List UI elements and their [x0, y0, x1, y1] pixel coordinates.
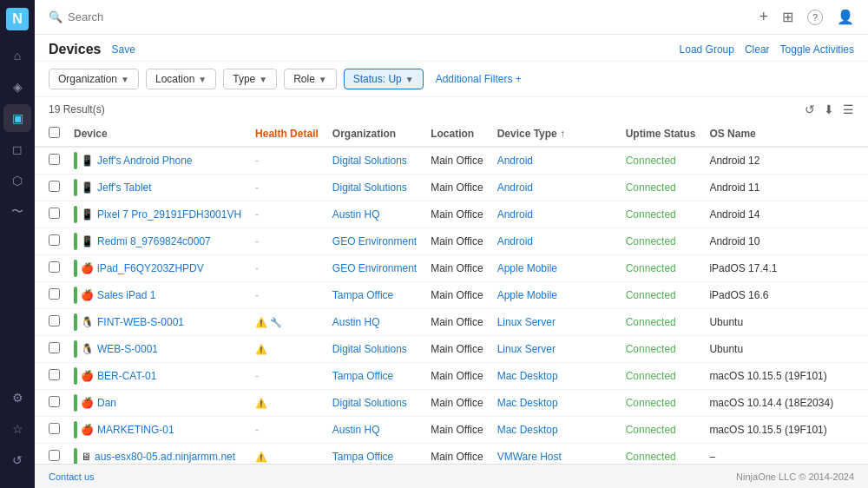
os-name-cell: Android 12 — [702, 147, 868, 175]
row-checkbox[interactable] — [49, 288, 60, 300]
grid-icon[interactable]: ⊞ — [782, 9, 793, 25]
refresh-icon[interactable]: ↺ — [805, 102, 815, 116]
org-link[interactable]: GEO Environment — [332, 262, 417, 274]
device-name-link[interactable]: WEB-S-0001 — [97, 343, 158, 355]
save-button[interactable]: Save — [112, 43, 135, 56]
device-name-link[interactable]: Dan — [97, 397, 116, 409]
location-cell: Main Office — [424, 390, 490, 417]
row-checkbox[interactable] — [49, 396, 60, 407]
location-cell: Main Office — [424, 255, 490, 282]
device-name-link[interactable]: Redmi 8_9769824c0007 — [97, 235, 211, 247]
uptime-status: Connected — [626, 181, 676, 194]
org-link[interactable]: Tampa Office — [332, 289, 393, 301]
type-filter[interactable]: Type ▼ — [223, 69, 277, 89]
device-type-column-header: Device Type ↑ — [490, 122, 619, 147]
add-icon[interactable]: + — [759, 8, 768, 26]
row-checkbox[interactable] — [49, 315, 60, 326]
row-checkbox[interactable] — [49, 234, 60, 246]
device-type-cell: Android — [497, 181, 533, 194]
uptime-status: Connected — [626, 424, 676, 436]
sidebar-history-icon[interactable]: ↺ — [3, 446, 31, 474]
location-filter[interactable]: Location ▼ — [146, 69, 216, 89]
device-column-header: Device — [67, 122, 248, 147]
columns-icon[interactable]: ☰ — [843, 102, 854, 116]
main-content: 🔍 + ⊞ ? 👤 Devices Save Load Group Clear … — [35, 0, 868, 488]
row-checkbox[interactable] — [49, 208, 60, 219]
sidebar-home-icon[interactable]: ⌂ — [3, 42, 31, 69]
device-name-link[interactable]: Jeff's Android Phone — [97, 155, 192, 167]
org-link[interactable]: Tampa Office — [332, 370, 393, 382]
results-bar: 19 Result(s) ↺ ⬇ ☰ — [35, 97, 868, 122]
device-cell: 🐧 WEB-S-0001 — [74, 340, 241, 358]
org-link[interactable]: Austin HQ — [332, 208, 380, 221]
search-input[interactable] — [68, 10, 241, 23]
device-type-icon: 📱 — [81, 155, 94, 167]
os-name-cell: iPadOS 17.4.1 — [702, 255, 868, 282]
organization-filter[interactable]: Organization ▼ — [49, 69, 139, 89]
os-name-cell: iPadOS 16.6 — [702, 282, 868, 309]
organization-filter-label: Organization — [58, 73, 117, 85]
sidebar-security-icon[interactable]: ⬡ — [3, 167, 31, 195]
sidebar-monitor-icon[interactable]: ◻ — [3, 135, 31, 163]
user-icon[interactable]: 👤 — [837, 9, 854, 25]
type-chevron-icon: ▼ — [259, 75, 267, 84]
sidebar-devices-icon[interactable]: ▣ — [3, 104, 31, 132]
status-indicator — [74, 233, 77, 250]
table-row: 🐧 FINT-WEB-S-0001 ⚠️ 🔧Austin HQMain Offi… — [35, 309, 868, 336]
device-type-cell: Mac Desktop — [497, 424, 558, 436]
footer: Contact us NinjaOne LLC © 2014-2024 — [35, 464, 868, 488]
status-indicator — [74, 421, 77, 439]
device-name-link[interactable]: iPad_F6QY203ZHPDV — [97, 262, 204, 274]
org-link[interactable]: Digital Solutions — [332, 397, 407, 409]
contact-us-link[interactable]: Contact us — [49, 472, 95, 482]
org-link[interactable]: Digital Solutions — [332, 181, 407, 194]
org-link[interactable]: Tampa Office — [332, 451, 393, 463]
organization-column-header: Organization — [326, 122, 424, 147]
organization-chevron-icon: ▼ — [121, 75, 129, 84]
org-link[interactable]: Austin HQ — [332, 424, 380, 436]
device-cell: 🍎 Dan — [74, 394, 241, 412]
table-row: 📱 Jeff's Android Phone -Digital Solution… — [35, 147, 868, 175]
device-name-link[interactable]: aus-esx80-05.ad.ninjarmm.net — [95, 451, 235, 463]
location-cell: Main Office — [424, 175, 490, 201]
os-name-cell: Ubuntu — [702, 309, 868, 336]
row-checkbox[interactable] — [49, 369, 60, 380]
row-checkbox[interactable] — [49, 261, 60, 273]
device-name-link[interactable]: BER-CAT-01 — [97, 370, 156, 382]
org-link[interactable]: GEO Environment — [332, 235, 417, 247]
device-name-link[interactable]: Jeff's Tablet — [97, 181, 152, 194]
sidebar-activity-icon[interactable]: 〜 — [3, 198, 31, 226]
download-icon[interactable]: ⬇ — [824, 102, 834, 116]
device-name-link[interactable]: Sales iPad 1 — [97, 289, 155, 301]
status-indicator — [74, 367, 77, 385]
devices-table-wrapper: Device Health Detail Organization Locati… — [35, 122, 868, 464]
role-filter[interactable]: Role ▼ — [284, 69, 337, 89]
org-link[interactable]: Digital Solutions — [332, 155, 407, 167]
device-cell: 🐧 FINT-WEB-S-0001 — [74, 313, 241, 331]
sidebar-network-icon[interactable]: ◈ — [3, 73, 31, 101]
sidebar-settings-icon[interactable]: ⚙ — [3, 384, 31, 412]
org-link[interactable]: Digital Solutions — [332, 343, 407, 355]
load-group-button[interactable]: Load Group — [680, 43, 734, 56]
sidebar-star-icon[interactable]: ☆ — [3, 415, 31, 443]
org-link[interactable]: Austin HQ — [332, 316, 380, 328]
device-name-link[interactable]: MARKETING-01 — [97, 424, 174, 436]
additional-filters-button[interactable]: Additional Filters + — [431, 69, 527, 89]
device-name-link[interactable]: FINT-WEB-S-0001 — [97, 316, 184, 328]
row-checkbox[interactable] — [49, 342, 60, 353]
select-all-checkbox[interactable] — [49, 127, 60, 138]
help-icon[interactable]: ? — [807, 10, 823, 25]
status-indicator — [74, 448, 77, 464]
device-name-link[interactable]: Pixel 7 Pro_29191FDH3001VH — [97, 208, 241, 221]
clear-button[interactable]: Clear — [745, 43, 770, 56]
status-filter[interactable]: Status: Up ▼ — [344, 69, 424, 89]
device-type-icon: 🖥 — [81, 451, 91, 463]
row-checkbox[interactable] — [49, 181, 60, 192]
toggle-activities-button[interactable]: Toggle Activities — [780, 43, 854, 56]
row-checkbox[interactable] — [49, 423, 60, 434]
uptime-status: Connected — [626, 370, 676, 382]
row-checkbox[interactable] — [49, 154, 60, 165]
uptime-status: Connected — [626, 343, 676, 355]
os-name-cell: – — [702, 444, 868, 465]
row-checkbox[interactable] — [49, 450, 60, 461]
